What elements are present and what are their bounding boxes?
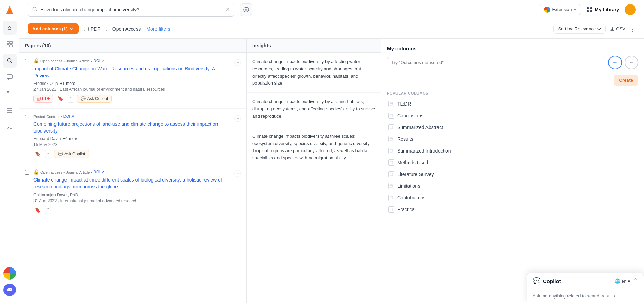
paper-2-collapse-button[interactable]: − xyxy=(234,115,241,122)
paper-3-bookmark-icon[interactable]: 🔖 xyxy=(33,206,42,214)
pdf-filter[interactable]: PDF xyxy=(84,26,100,32)
columns-search-row: → ← xyxy=(387,56,638,69)
column-item-summarized_abstract[interactable]: Summarized Abstract xyxy=(387,121,638,133)
paper-3-cite-icon[interactable]: " xyxy=(45,206,51,214)
toolbar-right: Sort by: Relevance CSV ⋮ xyxy=(553,24,636,34)
pdf-checkbox[interactable] xyxy=(84,27,89,31)
sidebar-item-search[interactable] xyxy=(3,54,17,68)
insights-section: Insights Climate change impacts biodiver… xyxy=(247,39,381,303)
column-item-literature_survey[interactable]: Literature Survey xyxy=(387,168,638,180)
paper-1-cite-icon[interactable]: " xyxy=(68,95,74,103)
column-icon-literature_survey xyxy=(388,171,394,177)
create-column-button[interactable]: Create xyxy=(614,75,638,86)
insights-list: Climate change impacts biodiversity by a… xyxy=(247,53,381,303)
paper-2-checkbox[interactable] xyxy=(25,115,29,119)
csv-button[interactable]: CSV xyxy=(610,26,625,31)
column-item-contributions[interactable]: Contributions xyxy=(387,192,638,204)
paper-3-checkbox[interactable] xyxy=(25,170,29,175)
svg-rect-42 xyxy=(390,196,393,199)
paper-1-copilot-button[interactable]: 💬 Ask Copilot xyxy=(77,95,112,103)
paper-2-copilot-button[interactable]: 💬 Ask Copilot xyxy=(54,150,89,158)
svg-marker-1 xyxy=(6,8,13,14)
clear-search-icon[interactable]: ✕ xyxy=(225,6,230,13)
column-icon-summarized_introduction xyxy=(388,148,394,154)
my-columns-panel: My columns → ← Create POPULAR COLUMNS TL… xyxy=(381,39,644,303)
svg-rect-28 xyxy=(390,114,393,117)
paper-3-title[interactable]: Climate change impact at three different… xyxy=(33,177,230,190)
svg-point-19 xyxy=(245,9,247,11)
add-columns-button[interactable]: Add columns (1) xyxy=(28,23,79,34)
paper-1-bookmark-icon[interactable]: 🔖 xyxy=(56,95,65,103)
column-item-tldr[interactable]: TL:DR xyxy=(387,98,638,110)
paper-1-actions: PDF PDF 🔖 " 💬 Ask Copilot xyxy=(33,95,230,103)
column-label-summarized_abstract: Summarized Abstract xyxy=(397,125,443,130)
svg-rect-5 xyxy=(10,45,12,47)
column-label-methods_used: Methods Used xyxy=(397,160,428,165)
column-item-conclusions[interactable]: Conclusions xyxy=(387,110,638,121)
list-item: Climate change impacts biodiversity by a… xyxy=(247,93,381,127)
paper-2-bookmark-icon[interactable]: 🔖 xyxy=(33,150,42,158)
sidebar-item-chat[interactable] xyxy=(3,70,17,84)
doi-link-1[interactable]: DOI ↗ xyxy=(93,59,104,63)
columns-back-button[interactable]: ← xyxy=(625,56,638,69)
my-library-button[interactable]: My Library xyxy=(586,7,619,13)
papers-header: Papers (10) xyxy=(19,39,246,53)
chrome-icon[interactable] xyxy=(3,267,16,280)
column-icon-practical xyxy=(388,206,394,213)
column-item-limitations[interactable]: Limitations xyxy=(387,180,638,192)
column-item-methods_used[interactable]: Methods Used xyxy=(387,157,638,168)
paper-2-date: 15 May 2023 xyxy=(33,142,230,147)
copilot-title: 💬 Copilot xyxy=(533,277,561,285)
copilot-minimize-button[interactable]: ⌃ xyxy=(633,277,638,285)
sidebar-item-list[interactable] xyxy=(3,104,17,117)
top-header: ✕ Extension + xyxy=(19,0,644,19)
svg-rect-34 xyxy=(390,149,393,152)
table-row: 🔓 Open access • Journal Article • DOI ↗ … xyxy=(19,53,246,109)
paper-3-authors: Chittaranjan Dave , PhD. xyxy=(33,193,230,197)
column-item-summarized_introduction[interactable]: Summarized Introduction xyxy=(387,145,638,157)
column-item-results[interactable]: Results xyxy=(387,133,638,145)
svg-rect-32 xyxy=(390,138,393,140)
search-input[interactable] xyxy=(40,7,223,12)
svg-rect-36 xyxy=(390,161,393,164)
paper-1-checkbox[interactable] xyxy=(25,59,29,63)
copilot-lang-selector[interactable]: 🌐 en ▾ xyxy=(615,278,630,284)
svg-rect-30 xyxy=(390,126,393,129)
doi-link-2[interactable]: DOI ↗ xyxy=(63,114,74,119)
extension-button[interactable]: Extension + xyxy=(540,4,581,15)
column-item-practical[interactable]: Practical... xyxy=(387,204,638,215)
sidebar-item-home[interactable]: ⌂ xyxy=(3,21,17,35)
svg-rect-44 xyxy=(390,208,393,211)
column-icon-results xyxy=(388,136,394,142)
paper-3-collapse-button[interactable]: − xyxy=(234,170,241,177)
svg-rect-4 xyxy=(7,45,9,47)
paper-1-collapse-button[interactable]: − xyxy=(234,59,241,66)
ai-mode-button[interactable] xyxy=(240,3,252,16)
doi-link-3[interactable]: DOI ↗ xyxy=(93,170,104,174)
paper-1-title[interactable]: Impact of Climate Change on Water Resour… xyxy=(33,66,230,79)
papers-section: Papers (10) 🔓 Open access • Journal Arti… xyxy=(19,39,247,303)
svg-point-6 xyxy=(7,59,11,62)
more-options-button[interactable]: ⋮ xyxy=(630,25,636,33)
papers-list: 🔓 Open access • Journal Article • DOI ↗ … xyxy=(19,53,246,303)
sidebar-logo[interactable] xyxy=(4,4,15,15)
sort-button[interactable]: Sort by: Relevance xyxy=(553,24,606,34)
svg-rect-3 xyxy=(10,41,12,44)
columns-search-input[interactable] xyxy=(387,57,605,68)
paper-1-pdf-button[interactable]: PDF PDF xyxy=(33,95,53,103)
search-bar[interactable]: ✕ xyxy=(28,3,234,17)
paper-2-title[interactable]: Combining future projections of land-use… xyxy=(33,121,230,134)
user-avatar[interactable] xyxy=(625,4,636,15)
paper-3-actions: 🔖 " xyxy=(33,206,230,214)
sidebar-item-quote[interactable]: " xyxy=(3,87,17,101)
more-filters-link[interactable]: More filters xyxy=(146,26,170,32)
svg-point-13 xyxy=(8,125,10,127)
paper-2-cite-icon[interactable]: " xyxy=(45,150,51,158)
sidebar-item-grid[interactable] xyxy=(3,37,17,51)
open-access-checkbox[interactable] xyxy=(106,27,110,31)
svg-rect-40 xyxy=(390,185,393,187)
columns-next-button[interactable]: → xyxy=(608,56,622,69)
discord-icon[interactable] xyxy=(3,284,16,296)
sidebar-item-user-plus[interactable] xyxy=(3,120,17,134)
open-access-filter[interactable]: Open Access xyxy=(106,26,141,32)
